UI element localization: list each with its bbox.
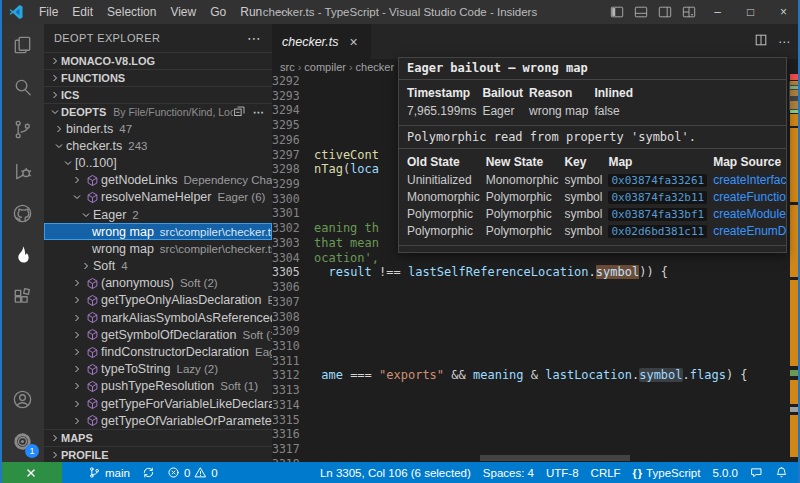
section-maps[interactable]: MAPS xyxy=(44,429,272,446)
peek-maps-link[interactable]: Peek maps xyxy=(407,251,467,253)
deopt-explorer-icon[interactable] xyxy=(0,234,44,276)
explorer-icon[interactable] xyxy=(0,24,44,66)
problems-status[interactable]: 0 0 xyxy=(161,462,224,483)
section-profile[interactable]: PROFILE xyxy=(44,446,272,462)
section-functions[interactable]: FUNCTIONS xyxy=(44,69,272,86)
indentation-status[interactable]: Spaces: 4 xyxy=(477,462,540,483)
tree-item-checker-ts[interactable]: checker.ts243 xyxy=(44,137,272,154)
encoding-status[interactable]: UTF-8 xyxy=(540,462,585,483)
map-address[interactable]: 0x03874fa32b11 xyxy=(608,191,707,204)
token: nTag xyxy=(314,162,343,176)
section-ics[interactable]: ICS xyxy=(44,86,272,103)
tree-item-pushtyperesolution[interactable]: pushTypeResolutionSoft (1) xyxy=(44,378,272,395)
code-line-3309: 3309 xyxy=(272,324,800,339)
map-address[interactable]: 0x02d6bd381c11 xyxy=(608,225,707,238)
map-source-link[interactable]: createEnumDeclaration xyxy=(713,224,787,238)
map-source-link[interactable]: createModuleDeclaration xyxy=(713,207,787,221)
section-more-actions-icon[interactable]: ⋯ xyxy=(253,106,264,119)
vscode-window: FileEditSelectionViewGoRun⋯ checker.ts -… xyxy=(0,0,800,483)
map-address[interactable]: 0x03874fa33261 xyxy=(608,174,707,187)
bailout-table: TimestampBailoutReasonInlined7,965.199ms… xyxy=(407,84,644,120)
tab-checker-ts[interactable]: checker.ts × xyxy=(272,24,371,59)
maximize-button[interactable]: □ xyxy=(734,0,767,24)
chevron-right-icon xyxy=(70,329,84,341)
split-editor-icon[interactable] xyxy=(754,33,768,50)
minimize-button[interactable]: – xyxy=(701,0,734,24)
extensions-icon[interactable] xyxy=(0,276,44,318)
section-deopts[interactable]: DEOPTSBy File/Function/Kind, Location⋯ xyxy=(44,103,272,120)
collapse-all-icon[interactable] xyxy=(233,105,246,120)
close-button[interactable]: × xyxy=(767,0,800,24)
tree-item-wrong-map[interactable]: wrong mapsrc\compiler\checker.ts:330... xyxy=(44,223,272,240)
breadcrumb-item-compiler[interactable]: compiler xyxy=(304,61,346,73)
tree-item-0-100[interactable]: [0..100] xyxy=(44,154,272,171)
menu-view[interactable]: View xyxy=(163,0,203,24)
settings-icon[interactable]: 1 xyxy=(0,420,44,462)
tree-item-findconstructordeclaration[interactable]: findConstructorDeclarationEager (1) xyxy=(44,343,272,360)
source-control-icon[interactable] xyxy=(0,108,44,150)
sidebar-more-actions-icon[interactable]: ⋯ xyxy=(247,30,262,46)
line-number: 3316 xyxy=(272,427,314,442)
tree-item-getsymbolofdeclaration[interactable]: getSymbolOfDeclarationSoft (1) xyxy=(44,326,272,343)
remote-indicator[interactable] xyxy=(0,462,62,483)
toggle-panel-icon[interactable] xyxy=(629,0,653,24)
tree-item-soft[interactable]: Soft4 xyxy=(44,258,272,275)
table-header-map-source: Map Source xyxy=(713,153,787,172)
map-source-link[interactable]: createFunctionDeclaration xyxy=(713,190,787,204)
token: )) { xyxy=(639,265,668,279)
chevron-down-icon xyxy=(61,157,75,169)
git-branch-icon xyxy=(88,466,101,479)
map-source-link[interactable]: createInterfaceDeclaration xyxy=(713,173,787,187)
accounts-icon[interactable] xyxy=(0,378,44,420)
table-row: 7,965.199msEagerwrong mapfalse xyxy=(407,103,644,120)
tree-item-gettypeofvariableorparameterorpr[interactable]: getTypeOfVariableOrParameterOrPr... xyxy=(44,412,272,429)
extension-version-status[interactable]: 5.0.0 xyxy=(706,462,744,483)
run-debug-icon[interactable] xyxy=(0,150,44,192)
tree-item-gettypeonlyaliasdeclaration[interactable]: getTypeOnlyAliasDeclarationEager (1) xyxy=(44,292,272,309)
code-line-3312: 3312 ame === "exports" && meaning & last… xyxy=(272,368,800,383)
token: flags xyxy=(690,368,726,382)
tab-close-icon[interactable]: × xyxy=(347,34,361,50)
tree-item-wrong-map[interactable]: wrong mapsrc\compiler\checker.ts:348... xyxy=(44,240,272,257)
breadcrumb-item-src[interactable]: src xyxy=(280,61,295,73)
tree-item-binder-ts[interactable]: binder.ts47 xyxy=(44,120,272,137)
tree-item-getnodelinks[interactable]: getNodeLinksDependency Change (1) xyxy=(44,172,272,189)
token: that mean xyxy=(314,236,379,250)
customize-layout-icon[interactable] xyxy=(677,0,701,24)
chevron-right-icon xyxy=(70,277,84,289)
eol-status[interactable]: CRLF xyxy=(585,462,627,483)
language-status[interactable]: { } TypeScript xyxy=(627,462,707,483)
tree-item-typetostring[interactable]: typeToStringLazy (2) xyxy=(44,361,272,378)
token: !== xyxy=(372,265,408,279)
editor-more-actions-icon[interactable]: ⋯ xyxy=(778,35,790,49)
branch-name: main xyxy=(105,467,130,479)
tree-item-eager[interactable]: Eager2 xyxy=(44,206,272,223)
feedback-status[interactable] xyxy=(744,462,769,483)
toggle-secondary-sidebar-icon[interactable] xyxy=(653,0,677,24)
horizontal-scrollbar[interactable] xyxy=(480,455,630,461)
hover-title: Eager bailout – wrong map xyxy=(399,58,786,80)
breadcrumb-item-checker[interactable]: checker xyxy=(356,61,395,73)
menu-go[interactable]: Go xyxy=(203,0,233,24)
menu-edit[interactable]: Edit xyxy=(65,0,100,24)
notifications-status[interactable] xyxy=(769,462,794,483)
tree-item-markaliassymbolasreferenced[interactable]: markAliasSymbolAsReferencedEage... xyxy=(44,309,272,326)
github-icon[interactable] xyxy=(0,192,44,234)
search-icon[interactable] xyxy=(0,66,44,108)
branch-status[interactable]: main xyxy=(82,462,136,483)
tree-item-gettypeforvariablelikedeclaration[interactable]: getTypeForVariableLikeDeclaration... xyxy=(44,395,272,412)
table-header-key: Key xyxy=(564,153,608,172)
cursor-position-status[interactable]: Ln 3305, Col 106 (6 selected) xyxy=(314,462,477,483)
menu-selection[interactable]: Selection xyxy=(100,0,163,24)
toggle-sidebar-icon[interactable] xyxy=(605,0,629,24)
menu-file[interactable]: File xyxy=(32,0,65,24)
sync-status[interactable] xyxy=(136,462,161,483)
map-address[interactable]: 0x03874fa33bf1 xyxy=(608,208,707,221)
tree-item-label: typeToString xyxy=(101,362,170,376)
table-cell: 0x03874fa33261 xyxy=(608,172,713,189)
token: ocation', xyxy=(314,251,379,265)
tree-item-anonymous[interactable]: (anonymous)Soft (2) xyxy=(44,275,272,292)
tree-item-resolvenamehelper[interactable]: resolveNameHelperEager (6) xyxy=(44,189,272,206)
tree-item-description: Lazy (2) xyxy=(176,363,218,375)
section-monaco-v8-log[interactable]: MONACO-V8.LOG xyxy=(44,52,272,69)
